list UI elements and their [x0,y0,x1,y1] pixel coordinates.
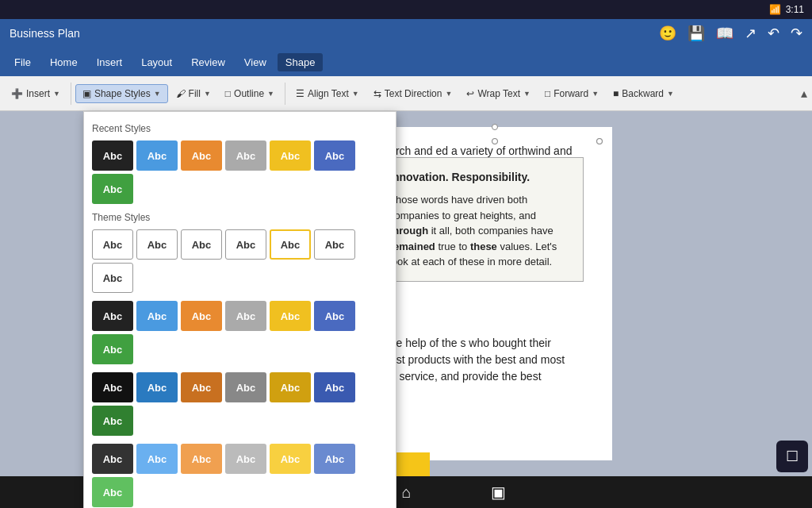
menu-review[interactable]: Review [183,53,233,71]
nav-recent-button[interactable]: ▣ [491,483,506,502]
forward-icon: □ [545,88,550,99]
style-cell-theme-1-2[interactable]: Abc [181,301,222,331]
style-cell-theme-0-1[interactable]: Abc [136,229,178,260]
style-cell-recent-3[interactable]: Abc [225,140,266,171]
align-text-icon: ☰ [296,88,304,99]
style-cell-theme-2-4[interactable]: Abc [270,372,311,402]
style-cell-theme-1-5[interactable]: Abc [314,301,355,331]
style-cell-recent-4[interactable]: Abc [270,140,311,171]
title-actions: 🙂 💾 📖 ↗ ↶ ↷ [659,25,802,42]
handle-rotate[interactable] [492,124,498,130]
style-cell-theme-0-6[interactable]: Abc [92,263,133,293]
outline-icon: □ [225,88,231,99]
menu-home[interactable]: Home [42,53,86,71]
style-cell-theme-0-4[interactable]: Abc [270,229,311,260]
style-cell-theme-1-0[interactable]: Abc [92,301,133,331]
shape-styles-caret: ▼ [154,90,161,98]
insert-caret: ▼ [53,90,60,98]
text-box: Innovation. Responsibility. Those words … [377,157,584,282]
menu-shape[interactable]: Shape [278,53,324,71]
shape-styles-dropdown: Recent Styles Abc Abc Abc Abc Abc Abc Ab… [83,111,396,508]
outline-button[interactable]: □ Outline ▼ [219,85,281,102]
save-button[interactable]: 💾 [688,25,705,42]
emoji-button[interactable]: 🙂 [659,25,676,42]
style-cell-theme-3-1[interactable]: Abc [136,444,178,474]
style-cell-theme-1-1[interactable]: Abc [136,301,178,331]
style-cell-theme-0-5[interactable]: Abc [314,229,355,260]
insert-button[interactable]: ➕ Insert ▼ [5,85,67,102]
style-cell-theme-1-6[interactable]: Abc [92,334,133,364]
style-cell-theme-3-4[interactable]: Abc [270,444,311,474]
style-cell-theme-3-2[interactable]: Abc [181,444,222,474]
text-box-body: Those words have driven both companies t… [389,192,572,270]
shape-styles-button[interactable]: ▣ Shape Styles ▼ [75,84,168,103]
style-cell-recent-2[interactable]: Abc [181,140,222,171]
undo-button[interactable]: ↶ [768,25,779,42]
wrap-text-icon: ↩ [466,88,474,99]
handle-mr[interactable] [596,138,603,144]
menu-insert[interactable]: Insert [89,53,131,71]
style-cell-theme-0-0[interactable]: Abc [92,229,133,260]
style-cell-theme-3-6[interactable]: Abc [92,477,133,507]
style-cell-theme-2-3[interactable]: Abc [225,372,266,402]
style-cell-recent-6[interactable]: Abc [92,174,133,204]
theme-styles-row-2: Abc Abc Abc Abc Abc Abc Abc [92,372,388,436]
align-text-caret: ▼ [352,90,359,98]
style-cell-theme-3-0[interactable]: Abc [92,444,133,474]
menu-file[interactable]: File [6,53,39,71]
menu-layout[interactable]: Layout [133,53,180,71]
wrap-text-button[interactable]: ↩ Wrap Text ▼ [460,85,537,102]
menu-view[interactable]: View [236,53,274,71]
toolbar-collapse-button[interactable]: ▴ [801,86,807,101]
style-cell-recent-0[interactable]: Abc [92,140,133,171]
theme-styles-row-0: Abc Abc Abc Abc Abc Abc Abc [92,229,388,293]
text-direction-button[interactable]: ⇆ Text Direction ▼ [367,85,459,102]
redo-button[interactable]: ↷ [791,25,802,42]
theme-styles-row-1: Abc Abc Abc Abc Abc Abc Abc [92,301,388,364]
theme-styles-label: Theme Styles [92,212,388,223]
style-cell-recent-5[interactable]: Abc [314,140,355,171]
separator-2 [285,83,285,105]
corner-icon-symbol: ☐ [786,448,799,465]
text-box-title: Innovation. Responsibility. [389,169,572,186]
align-text-button[interactable]: ☰ Align Text ▼ [289,85,366,102]
wrap-text-caret: ▼ [523,90,530,98]
style-cell-theme-3-3[interactable]: Abc [225,444,266,474]
text-direction-caret: ▼ [445,90,452,98]
style-cell-theme-0-2[interactable]: Abc [181,229,222,260]
style-cell-theme-0-3[interactable]: Abc [225,229,266,260]
forward-button[interactable]: □ Forward ▼ [538,85,605,102]
style-cell-theme-1-4[interactable]: Abc [270,301,311,331]
view-button[interactable]: 📖 [716,25,733,42]
status-bar: 📶 3:11 [0,0,812,19]
fill-caret: ▼ [204,90,211,98]
style-cell-theme-2-0[interactable]: Abc [92,372,133,402]
style-cell-theme-2-2[interactable]: Abc [181,372,222,402]
backward-button[interactable]: ■ Backward ▼ [607,85,680,102]
corner-icon[interactable]: ☐ [776,441,808,472]
style-cell-theme-2-6[interactable]: Abc [92,406,133,436]
recent-styles-grid: Abc Abc Abc Abc Abc Abc Abc [92,140,388,204]
shape-styles-icon: ▣ [82,88,91,99]
fill-button[interactable]: 🖌 Fill ▼ [170,85,217,102]
style-cell-theme-2-5[interactable]: Abc [314,372,355,402]
wifi-icon: 📶 [769,4,781,15]
share-button[interactable]: ↗ [745,25,756,42]
insert-icon: ➕ [11,88,23,99]
menu-bar: File Home Insert Layout Review View Shap… [0,48,812,76]
style-cell-theme-2-1[interactable]: Abc [136,372,178,402]
toolbar: ➕ Insert ▼ ▣ Shape Styles ▼ 🖌 Fill ▼ □ O… [0,76,812,111]
backward-caret: ▼ [667,90,674,98]
forward-caret: ▼ [592,90,599,98]
theme-styles-row-3: Abc Abc Abc Abc Abc Abc Abc [92,444,388,507]
fill-icon: 🖌 [176,88,186,99]
text-direction-icon: ⇆ [373,88,381,99]
style-cell-recent-1[interactable]: Abc [136,140,178,171]
handle-bm[interactable] [492,138,498,144]
outline-caret: ▼ [267,90,274,98]
status-icons: 📶 3:11 [769,4,804,15]
style-cell-theme-1-3[interactable]: Abc [225,301,266,331]
nav-home-button[interactable]: ⌂ [401,483,411,502]
style-cell-theme-3-5[interactable]: Abc [314,444,355,474]
time: 3:11 [786,4,804,15]
